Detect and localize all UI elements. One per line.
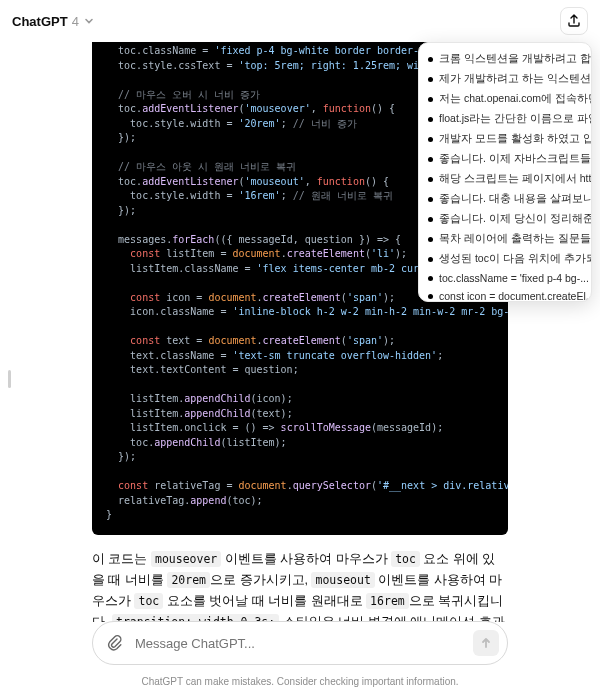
share-button[interactable] (560, 7, 588, 35)
toc-item[interactable]: float.js라는 간단한 이름으로 파일을... (419, 109, 591, 129)
toc-item[interactable]: 크롬 익스텐션을 개발하려고 합니다. ... (419, 49, 591, 69)
toc-item[interactable]: 좋습니다. 대충 내용을 살펴보니 API... (419, 189, 591, 209)
upload-icon (567, 14, 581, 28)
disclaimer: ChatGPT can make mistakes. Consider chec… (0, 676, 600, 687)
toc-item[interactable]: 목차 레이어에 출력하는 질문들은 길... (419, 229, 591, 249)
toc-item[interactable]: 해당 스크립트는 페이지에서 https:/... (419, 169, 591, 189)
toc-item[interactable]: 생성된 toc이 다음 위치에 추가되도... (419, 249, 591, 269)
model-version: 4 (72, 14, 79, 29)
toc-item[interactable]: const icon = document.createEl... (419, 287, 591, 302)
toc-item[interactable]: 저는 chat.openai.com에 접속하면 ... (419, 89, 591, 109)
message-composer (92, 621, 508, 665)
chevron-down-icon (83, 15, 95, 27)
toc-item[interactable]: 제가 개발하려고 하는 익스텐션은 C... (419, 69, 591, 89)
paperclip-icon (105, 634, 123, 652)
toc-item[interactable]: 개발자 모드를 활성화 하였고 압축해... (419, 129, 591, 149)
left-scroll-indicator (8, 370, 11, 388)
model-name: ChatGPT (12, 14, 68, 29)
toc-item[interactable]: toc.className = 'fixed p-4 bg-... (419, 269, 591, 287)
explanation-paragraph-1: 이 코드는 mouseover 이벤트를 사용하여 마우스가 toc 요소 위에… (92, 549, 508, 623)
arrow-up-icon (479, 636, 493, 650)
toc-item[interactable]: 좋습니다. 이제 당신이 정리해준 me... (419, 209, 591, 229)
send-button[interactable] (473, 630, 499, 656)
toc-popup: 크롬 익스텐션을 개발하려고 합니다. ... 제가 개발하려고 하는 익스텐션… (418, 42, 592, 302)
attach-button[interactable] (101, 630, 127, 656)
message-input[interactable] (127, 636, 473, 651)
model-switcher[interactable]: ChatGPT 4 (12, 14, 95, 29)
toc-item[interactable]: 좋습니다. 이제 자바스크립트들 작성해... (419, 149, 591, 169)
